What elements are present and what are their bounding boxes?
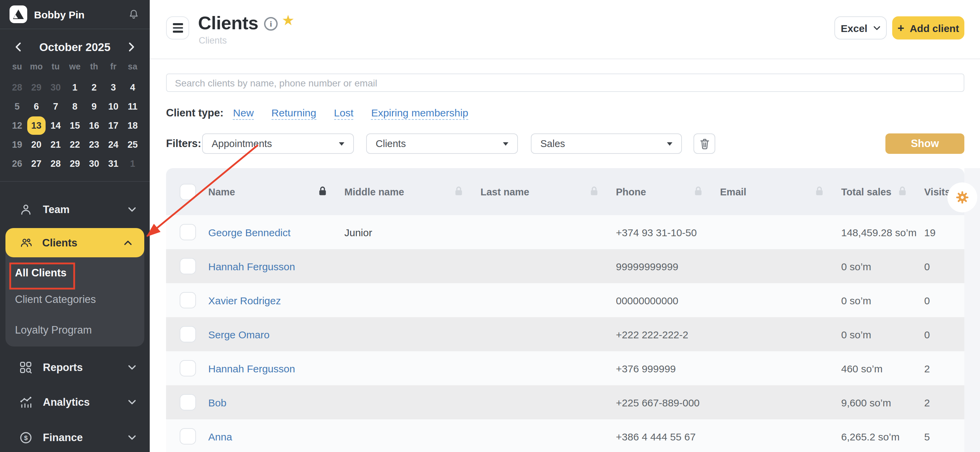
calendar-day[interactable]: 24 [104,135,123,154]
excel-export-button[interactable]: Excel [834,16,887,40]
calendar-day-number: 31 [104,154,123,173]
calendar-day[interactable]: 8 [65,97,85,116]
calendar-day[interactable]: 17 [104,116,123,135]
weekday-label: sa [123,62,142,72]
calendar-day[interactable]: 31 [104,154,123,173]
calendar-day[interactable]: 27 [27,154,46,173]
client-name-link[interactable]: Bob [208,396,226,408]
calendar-day[interactable]: 25 [123,135,142,154]
row-checkbox[interactable] [180,326,196,342]
calendar-day[interactable]: 21 [46,135,65,154]
column-header-name[interactable]: Name [208,186,344,198]
calendar-day[interactable]: 20 [27,135,46,154]
calendar-day[interactable]: 10 [104,97,123,116]
column-header-middle-name[interactable]: Middle name [344,186,480,198]
client-type-link-lost[interactable]: Lost [334,107,353,119]
analytics-icon [19,396,33,409]
calendar-day[interactable]: 28 [46,154,65,173]
calendar-day-number: 23 [85,135,103,153]
lock-icon [694,186,702,196]
sidebar-subitem-loyalty-program[interactable]: Loyalty Program [15,321,92,340]
client-name-link[interactable]: Hannah Fergusson [208,260,295,272]
calendar-next-month-button[interactable] [129,42,135,52]
row-checkbox[interactable] [180,292,196,308]
table-row: Serge Omaro+222 222-222-20 so’m0 [166,317,964,351]
show-button[interactable]: Show [885,134,964,154]
calendar-weekday-row: sumotuwethfrsa [0,62,150,72]
search-input[interactable] [166,73,964,92]
filter-dropdown-appointments[interactable]: Appointments [202,134,354,154]
sidebar-item-clients[interactable]: Clients [5,228,144,257]
sidebar-item-analytics[interactable]: Analytics [0,387,150,417]
calendar-day[interactable]: 12 [8,116,27,135]
calendar-day[interactable]: 29 [65,154,85,173]
client-name-link[interactable]: Hannah Fergusson [208,363,295,374]
sidebar-item-finance[interactable]: $ Finance [0,423,150,452]
row-checkbox[interactable] [180,224,196,240]
cell-name: George Bennedict [208,226,344,238]
calendar-day[interactable]: 9 [84,97,104,116]
row-checkbox[interactable] [180,360,196,376]
cell-middle-name: Junior [344,226,480,238]
sidebar-item-team[interactable]: Team [0,195,150,224]
client-name-link[interactable]: Anna [208,431,232,442]
calendar-day[interactable]: 2 [84,78,104,97]
client-type-link-new[interactable]: New [233,107,254,119]
lock-icon-locked [318,186,327,198]
row-checkbox[interactable] [180,428,196,444]
select-all-checkbox[interactable] [180,183,196,200]
info-icon[interactable]: i [264,17,278,31]
filter-dropdown-sales[interactable]: Sales [531,134,682,154]
calendar-day[interactable]: 1 [123,154,142,173]
calendar-day[interactable]: 18 [123,116,142,135]
column-header-total-sales[interactable]: Total sales [841,186,924,198]
lock-icon [815,186,824,196]
client-name-link[interactable]: Xavier Rodrigez [208,294,281,306]
table-settings-button[interactable] [947,182,977,212]
calendar-day-number: 4 [124,78,142,96]
excel-button-label: Excel [841,22,867,34]
filters-row: Filters: Show AppointmentsClientsSales [150,134,980,154]
calendar-day-selected[interactable]: 13 [27,116,46,135]
calendar-day[interactable]: 28 [8,78,27,97]
calendar-day[interactable]: 6 [27,97,46,116]
calendar-day[interactable]: 3 [104,78,123,97]
calendar-day[interactable]: 29 [27,78,46,97]
add-client-button[interactable]: + Add client [892,16,964,40]
sidebar-subitem-client-categories[interactable]: Client Categories [15,290,96,309]
calendar-day[interactable]: 23 [84,135,104,154]
calendar-day[interactable]: 5 [8,97,27,116]
column-header-label: Total sales [841,186,891,197]
notifications-bell-icon[interactable] [127,8,140,21]
calendar-day[interactable]: 1 [65,78,85,97]
calendar-day[interactable]: 4 [123,78,142,97]
column-header-last-name[interactable]: Last name [480,186,616,198]
calendar-day[interactable]: 30 [46,78,65,97]
row-checkbox[interactable] [180,258,196,274]
calendar-day[interactable]: 22 [65,135,85,154]
clear-filters-button[interactable] [694,134,715,154]
sidebar-subitem-all-clients[interactable]: All Clients [15,263,67,282]
brand-logo [10,5,27,23]
weekday-label: fr [104,62,123,72]
menu-toggle-button[interactable] [166,16,189,40]
client-name-link[interactable]: George Bennedict [208,226,291,238]
calendar-day[interactable]: 26 [8,154,27,173]
calendar-day[interactable]: 14 [46,116,65,135]
calendar-day[interactable]: 19 [8,135,27,154]
calendar-day[interactable]: 16 [84,116,104,135]
row-checkbox[interactable] [180,394,196,411]
client-type-link-returning[interactable]: Returning [272,107,317,119]
filter-dropdown-clients[interactable]: Clients [366,134,518,154]
client-type-link-expiring-membership[interactable]: Expiring membership [371,107,468,119]
favorite-star-icon[interactable]: ★ [282,13,295,27]
sidebar-item-reports[interactable]: Reports [0,353,150,383]
column-header-email[interactable]: Email [720,186,841,198]
calendar-day[interactable]: 30 [84,154,104,173]
column-header-phone[interactable]: Phone [616,186,720,198]
client-name-link[interactable]: Serge Omaro [208,328,269,340]
calendar-day[interactable]: 11 [123,97,142,116]
calendar-day[interactable]: 7 [46,97,65,116]
calendar-day[interactable]: 15 [65,116,85,135]
calendar-prev-month-button[interactable] [15,42,21,52]
